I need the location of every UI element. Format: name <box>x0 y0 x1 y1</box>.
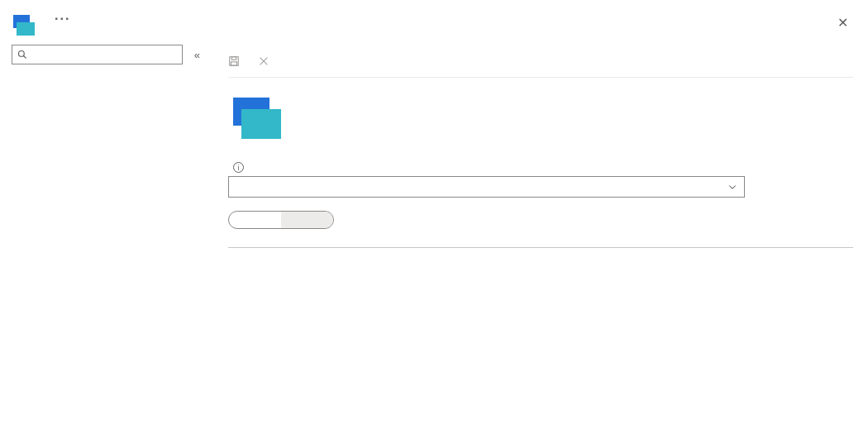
search-input-wrapper[interactable] <box>12 45 183 64</box>
svg-line-1 <box>24 56 26 59</box>
close-icon[interactable]: ✕ <box>831 12 855 34</box>
search-input[interactable] <box>31 49 177 60</box>
toolbar <box>228 45 853 78</box>
discard-icon <box>258 55 269 67</box>
serialization-format-dropdown[interactable] <box>228 176 745 198</box>
info-icon[interactable]: i <box>233 162 244 173</box>
svg-rect-3 <box>231 56 236 60</box>
svg-point-0 <box>19 51 25 57</box>
capture-feature-icon <box>233 98 283 141</box>
collapse-sidebar-icon[interactable]: « <box>183 49 205 61</box>
eventhub-resource-icon <box>13 15 35 36</box>
toggle-on[interactable] <box>229 212 281 228</box>
capture-toggle[interactable] <box>228 211 334 229</box>
discard-button[interactable] <box>258 55 274 67</box>
sidebar: « <box>0 45 213 421</box>
svg-rect-4 <box>231 61 237 64</box>
save-button[interactable] <box>228 55 245 67</box>
search-icon <box>17 50 27 60</box>
toggle-off[interactable] <box>281 212 333 228</box>
main-content: i <box>213 45 868 421</box>
serialization-format-label: i <box>228 162 853 173</box>
save-icon <box>228 55 240 67</box>
more-actions-button[interactable]: ··· <box>55 12 70 26</box>
chevron-down-icon <box>727 182 737 192</box>
section-divider <box>228 247 853 248</box>
